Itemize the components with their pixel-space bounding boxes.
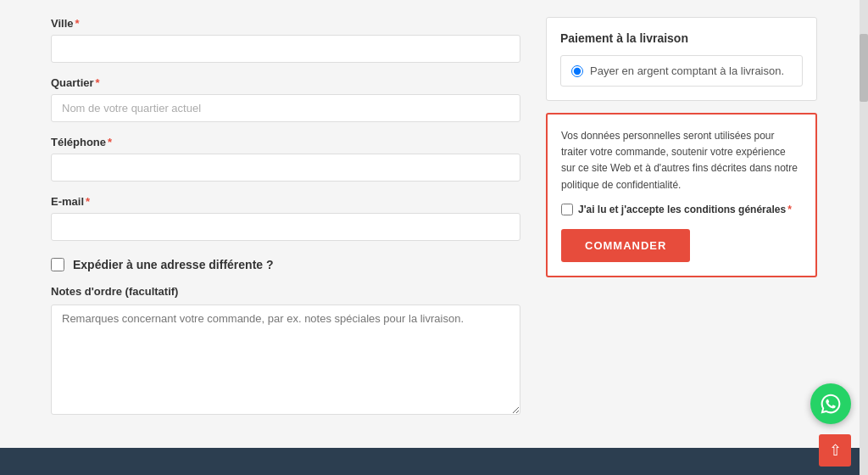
email-field-group: E-mail* [51, 195, 520, 241]
footer [0, 448, 868, 475]
telephone-field-group: Téléphone* [51, 136, 520, 182]
main-content: Ville* Quartier* Téléphone* E-mail* [0, 0, 868, 448]
ville-field-group: Ville* [51, 17, 520, 63]
quartier-input[interactable] [51, 94, 520, 122]
payment-title: Paiement à la livraison [560, 31, 803, 45]
ville-label: Ville* [51, 17, 520, 30]
back-to-top-button[interactable]: ⇧ [819, 434, 851, 467]
right-column: Paiement à la livraison Payer en argent … [546, 17, 817, 431]
whatsapp-icon [820, 393, 842, 415]
quartier-label: Quartier* [51, 76, 520, 89]
ship-different-checkbox[interactable] [51, 258, 64, 271]
payment-section: Paiement à la livraison Payer en argent … [546, 17, 817, 101]
notes-textarea[interactable] [51, 305, 520, 415]
ship-different-row: Expédier à une adresse différente ? [51, 258, 520, 271]
scrollbar[interactable] [860, 0, 868, 475]
order-privacy-text: Vos données personnelles seront utilisée… [561, 128, 802, 193]
ship-different-label: Expédier à une adresse différente ? [73, 258, 274, 271]
notes-field-group: Notes d'ordre (facultatif) [51, 285, 520, 417]
telephone-required: * [108, 136, 112, 148]
email-label: E-mail* [51, 195, 520, 208]
terms-row: J'ai lu et j'accepte les conditions géné… [561, 204, 802, 215]
payment-option-text: Payer en argent comptant à la livraison. [590, 64, 784, 77]
terms-checkbox[interactable] [561, 204, 573, 215]
ville-input[interactable] [51, 35, 520, 63]
page-wrapper: Ville* Quartier* Téléphone* E-mail* [0, 0, 868, 475]
arrow-up-icon: ⇧ [829, 443, 842, 458]
payment-radio[interactable] [571, 65, 583, 77]
email-input[interactable] [51, 213, 520, 241]
telephone-input[interactable] [51, 154, 520, 182]
scroll-thumb [860, 34, 868, 102]
notes-label: Notes d'ordre (facultatif) [51, 285, 520, 298]
ville-required: * [75, 17, 80, 30]
payment-option: Payer en argent comptant à la livraison. [560, 55, 803, 87]
terms-required-star: * [787, 204, 792, 215]
quartier-field-group: Quartier* [51, 76, 520, 122]
quartier-required: * [96, 76, 100, 89]
terms-label: J'ai lu et j'accepte les conditions géné… [578, 204, 792, 215]
email-required: * [86, 195, 90, 208]
left-column: Ville* Quartier* Téléphone* E-mail* [51, 17, 520, 431]
commander-button[interactable]: COMMANDER [561, 229, 690, 262]
order-box: Vos données personnelles seront utilisée… [546, 113, 817, 277]
telephone-label: Téléphone* [51, 136, 520, 148]
whatsapp-fab[interactable] [810, 383, 851, 424]
